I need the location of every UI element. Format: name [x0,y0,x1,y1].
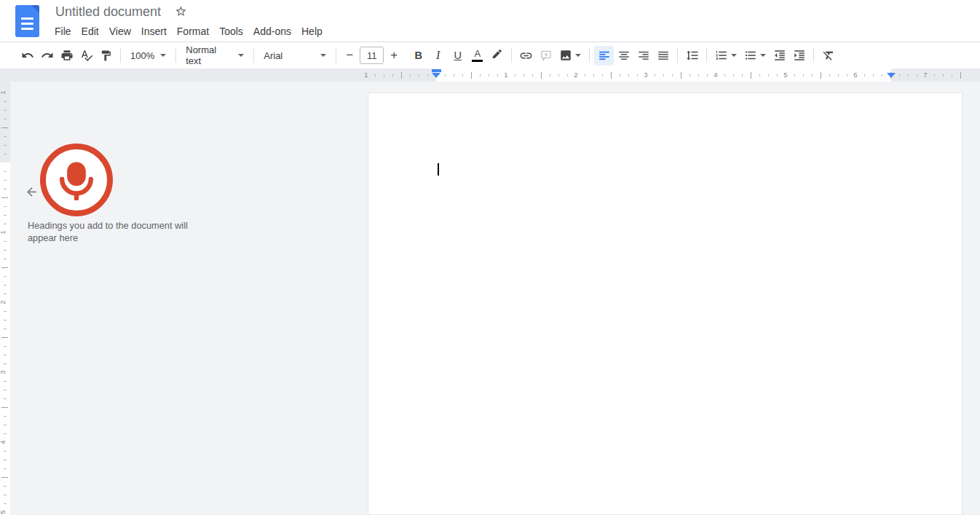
toolbar-separator [813,48,814,63]
image-icon [559,49,572,62]
redo-button[interactable] [37,46,57,66]
ruler-tick [401,72,402,79]
ruler-tick [4,259,7,259]
close-outline-button[interactable] [23,183,40,200]
ruler-tick [4,460,7,460]
ruler-tick [637,74,638,76]
justify-button[interactable] [653,46,673,66]
document-title[interactable]: Untitled document [52,3,164,21]
ruler-tick [4,241,7,242]
ruler-tick [707,74,708,76]
google-docs-logo-icon[interactable] [15,5,39,37]
star-button[interactable] [175,5,187,20]
ruler-tick [4,451,7,452]
spelling-check-button[interactable] [76,46,96,66]
text-color-button[interactable]: A [467,46,487,66]
ruler-tick [532,74,533,76]
increase-font-size-button[interactable]: + [385,46,403,66]
decrease-indent-button[interactable] [770,46,789,66]
ruler-tick [489,74,489,76]
align-left-button[interactable] [594,46,614,66]
ruler-tick [882,74,882,76]
add-comment-button[interactable] [536,46,556,66]
ruler-tick [515,74,515,76]
docs-logo-line [21,23,33,25]
ruler-tick [410,74,411,76]
toolbar-separator [589,48,590,63]
ruler-number: 3 [644,71,647,79]
ruler-tick [934,74,935,76]
menu-format[interactable]: Format [172,23,214,40]
ruler-number: 7 [923,71,927,79]
numbered-list-button[interactable] [711,46,740,66]
ruler-tick [759,74,760,76]
paragraph-style-select[interactable]: Normal text [181,46,249,66]
ruler-number: 1 [504,71,507,79]
ruler-number: 3 [0,370,7,374]
ruler-tick [4,101,7,102]
ruler-tick [4,425,7,425]
insert-image-button[interactable] [556,46,585,66]
microphone-icon [56,160,97,200]
bulleted-list-button[interactable] [740,46,770,66]
ruler-tick [812,74,813,76]
menu-tools[interactable]: Tools [214,23,248,40]
ruler-tick [742,74,743,76]
ruler-tick [4,285,7,286]
ruler-tick [454,74,454,76]
ruler-tick [751,72,751,79]
undo-button[interactable] [17,46,37,66]
line-spacing-button[interactable] [682,46,702,66]
menu-edit[interactable]: Edit [76,23,104,40]
clear-formatting-button[interactable] [818,46,838,66]
ruler-tick [550,74,550,76]
horizontal-ruler[interactable]: 11234567 [0,68,980,82]
ruler-tick [4,215,7,216]
vertical-ruler[interactable]: 112345 [0,82,10,515]
bold-icon: B [415,50,422,61]
italic-button[interactable]: I [428,46,448,66]
document-page[interactable] [368,93,963,515]
increase-indent-button[interactable] [789,46,809,66]
ruler-tick [681,72,681,79]
ruler-tick [698,74,699,76]
font-family-select[interactable]: Arial [258,46,331,66]
paint-format-button[interactable] [96,46,116,66]
decrease-font-size-button[interactable]: − [341,46,358,66]
ruler-tick [821,72,821,79]
ruler-number: 2 [574,71,577,79]
ruler-tick [445,74,446,76]
ruler-tick [4,320,7,321]
underline-button[interactable]: U [448,46,467,66]
ruler-tick [873,74,874,76]
menu-view[interactable]: View [104,23,136,40]
ruler-tick [4,433,7,434]
ruler-tick [620,74,620,76]
font-size-input[interactable]: 11 [360,47,384,64]
ruler-tick [4,346,7,347]
right-indent-marker[interactable] [887,73,896,78]
first-line-indent-marker[interactable] [432,69,441,72]
ruler-tick [541,72,542,79]
menu-help[interactable]: Help [296,23,328,40]
voice-typing-button[interactable] [40,144,113,216]
ruler-tick [375,74,376,76]
align-right-button[interactable] [633,46,653,66]
menu-file[interactable]: File [50,23,76,40]
menu-insert[interactable]: Insert [136,23,172,40]
zoom-select[interactable]: 100% [125,46,171,66]
ruler-tick [4,189,7,189]
left-indent-marker[interactable] [432,69,441,78]
align-center-icon [617,49,631,62]
ruler-tick [952,74,952,76]
align-center-button[interactable] [614,46,633,66]
decrease-indent-icon [773,49,786,62]
insert-link-button[interactable] [516,46,536,66]
ruler-tick [4,180,7,181]
dropdown-arrow-icon [731,54,737,57]
menu-addons[interactable]: Add-ons [248,23,296,40]
ruler-number: 6 [853,71,857,79]
highlight-color-button[interactable] [487,46,507,66]
print-button[interactable] [57,46,76,66]
bold-button[interactable]: B [408,46,428,66]
